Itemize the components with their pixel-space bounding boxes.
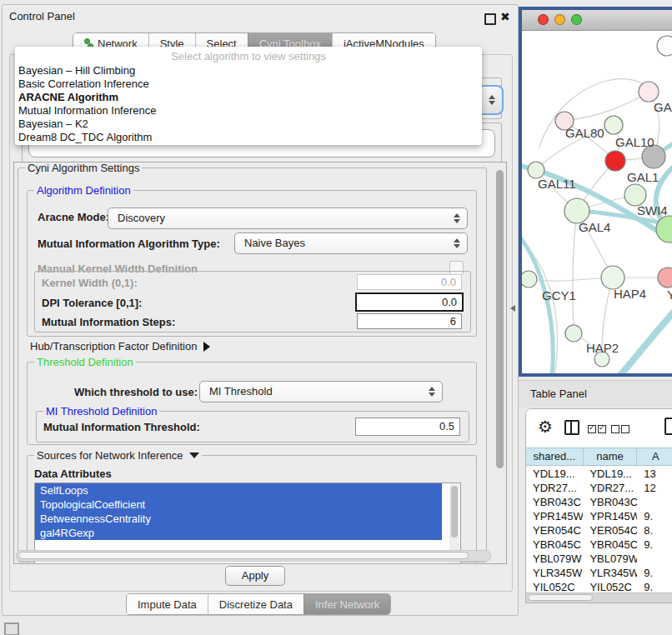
network-node[interactable] — [601, 266, 624, 289]
kernel-width-field[interactable]: 0.0 — [357, 274, 462, 290]
apply-button[interactable]: Apply — [225, 566, 285, 586]
panel-divider-handle[interactable] — [510, 305, 515, 312]
node-label-gal4: GAL4 — [579, 220, 610, 234]
which-threshold-label: Which threshold to use: — [74, 386, 198, 398]
network-node[interactable] — [657, 36, 672, 56]
tab-label: Infer Network — [315, 598, 379, 611]
network-node[interactable] — [604, 116, 623, 134]
zoom-traffic-light[interactable] — [571, 14, 582, 25]
table-cell: YBR045C — [526, 538, 583, 552]
column-header-name[interactable]: name — [584, 448, 638, 467]
tab-impute-data[interactable]: Impute Data — [127, 594, 208, 614]
algorithm-list: Bayesian – Hill ClimbingBasic Correlatio… — [15, 64, 482, 144]
node-label-y: Y — [667, 288, 672, 302]
scrollbar-thumb[interactable] — [528, 594, 593, 601]
table-header-row: shared...nameA — [526, 448, 672, 466]
table-row[interactable]: YLR345WYLR345W9. — [526, 566, 672, 580]
tab-infer-network[interactable]: Infer Network — [303, 594, 390, 614]
attribute-item-topologicalcoefficient[interactable]: TopologicalCoefficient — [35, 498, 442, 512]
network-node[interactable] — [658, 268, 672, 288]
settings-horizontal-scrollbar[interactable] — [16, 550, 491, 562]
hub-definition-expander[interactable]: Hub/Transcription Factor Definition — [30, 340, 210, 352]
minimize-traffic-light[interactable] — [554, 14, 565, 25]
gear-icon[interactable]: ⚙ — [538, 417, 553, 437]
sources-expander[interactable]: Sources for Network Inference — [34, 449, 202, 462]
algorithm-definition-group: Algorithm Definition Aracne Mode: Discov… — [27, 190, 477, 337]
attribute-item-gal4rgexp[interactable]: gal4RGexp — [35, 526, 442, 540]
network-window-titlebar[interactable] — [522, 10, 672, 31]
table-row[interactable]: YDR27...YDR27...12 — [526, 481, 672, 495]
group-title: Threshold Definition — [34, 356, 136, 368]
deselect-all-columns-icon[interactable] — [611, 423, 631, 436]
which-threshold-combo[interactable]: MI Threshold — [199, 381, 443, 402]
settings-vertical-scrollbar[interactable] — [494, 163, 505, 561]
spinner-arrows-icon — [429, 387, 435, 397]
table-cell — [637, 495, 672, 509]
network-node[interactable] — [605, 151, 625, 171]
table-panel-title: Table Panel — [530, 388, 587, 400]
document-icon[interactable] — [664, 418, 672, 435]
cyni-algorithm-settings-group: Cyni Algorithm Settings Algorithm Defini… — [18, 168, 487, 562]
aracne-mode-label: Aracne Mode: — [38, 211, 109, 223]
node-label-gal80: GAL80 — [565, 126, 604, 140]
network-node[interactable] — [639, 82, 659, 102]
close-icon[interactable]: ✖ — [500, 10, 510, 23]
dock-mini-icon[interactable] — [4, 622, 19, 635]
table-row[interactable]: YBR043CYBR043C — [526, 495, 672, 509]
algorithm-option-bayesian-hill-climbing[interactable]: Bayesian – Hill Climbing — [15, 64, 482, 78]
float-window-icon[interactable] — [484, 13, 496, 25]
tab-discretize-data[interactable]: Discretize Data — [208, 594, 303, 614]
sources-group: Sources for Network Inference Data Attri… — [27, 455, 477, 564]
table-row[interactable]: YBR045CYBR045C9. — [526, 538, 672, 552]
algorithm-option-aracne-algorithm[interactable]: ARACNE Algorithm — [15, 91, 482, 104]
table-cell: YPR145W — [583, 509, 637, 523]
algorithm-option-bayesian-k2[interactable]: Bayesian – K2 — [15, 118, 482, 131]
algorithm-option-dream8-dc-tdc-algorithm[interactable]: Dream8 DC_TDC Algorithm — [15, 131, 482, 144]
mi-threshold-field[interactable]: 0.5 — [355, 418, 460, 436]
table-cell: 8. — [637, 523, 672, 538]
select-all-columns-icon[interactable] — [588, 423, 608, 436]
network-node[interactable] — [522, 271, 537, 288]
scrollbar-thumb[interactable] — [496, 170, 504, 468]
table-horizontal-scrollbar[interactable] — [526, 592, 672, 602]
mi-steps-field[interactable]: 6 — [357, 313, 462, 329]
dpi-tolerance-field[interactable]: 0.0 — [355, 292, 464, 312]
node-label-swi4: SWI4 — [637, 203, 668, 218]
table-row[interactable]: YPR145WYPR145W9. — [526, 509, 672, 523]
network-view-window[interactable]: GALGAL80GAL10GAL11GAL1SWI4GAL4GCY1HAP4YH… — [519, 7, 672, 377]
network-node[interactable] — [656, 216, 672, 242]
algorithm-option-mutual-information-inference[interactable]: Mutual Information Inference — [15, 104, 482, 118]
node-label-gal1: GAL1 — [627, 170, 659, 184]
tab-label: Impute Data — [138, 598, 197, 611]
network-canvas[interactable]: GALGAL80GAL10GAL11GAL1SWI4GAL4GCY1HAP4YH… — [522, 31, 672, 373]
table-cell: YPR145W — [526, 509, 583, 523]
mi-threshold-group: MI Threshold Definition Mutual Informati… — [36, 411, 469, 442]
mi-algorithm-type-combo[interactable]: Naive Bayes — [234, 232, 468, 254]
split-view-icon[interactable] — [564, 420, 579, 435]
scrollbar-thumb[interactable] — [451, 486, 458, 538]
table-row[interactable]: YBL079WYBL079W — [526, 552, 672, 566]
column-header-shared-[interactable]: shared... — [526, 448, 584, 467]
application-window: Control Panel ✖ NetworkStyleSelectCyni T… — [0, 0, 672, 635]
network-node[interactable] — [528, 162, 544, 178]
column-header-a[interactable]: A — [637, 448, 672, 467]
attribute-item-betweennesscentrality[interactable]: BetweennessCentrality — [35, 512, 442, 526]
attribute-item-selfloops[interactable]: SelfLoops — [35, 483, 442, 498]
algorithm-option-basic-correlation-inference[interactable]: Basic Correlation Inference — [15, 78, 482, 91]
close-traffic-light[interactable] — [538, 14, 549, 25]
table-cell: YDL19... — [583, 467, 637, 481]
aracne-mode-combo[interactable]: Discovery — [108, 208, 468, 229]
dpi-tolerance-label: DPI Tolerance [0,1]: — [42, 297, 142, 309]
mi-type-value: Naive Bayes — [244, 237, 305, 249]
spinner-arrows-icon — [454, 213, 460, 223]
kernel-fields-box: Kernel Width (0,1): 0.0 DPI Tolerance [0… — [34, 271, 471, 332]
table-row[interactable]: YER054CYER054C8. — [526, 523, 672, 538]
node-label-hap4: HAP4 — [614, 287, 646, 301]
network-node[interactable] — [565, 325, 582, 342]
table-row[interactable]: YDL19...YDL19...13 — [526, 467, 672, 481]
table-cell: YDR27... — [583, 481, 637, 495]
hub-definition-label: Hub/Transcription Factor Definition — [30, 340, 197, 352]
group-title: Algorithm Definition — [34, 184, 133, 197]
scrollbar-thumb[interactable] — [18, 552, 469, 559]
table-cell: 9. — [637, 538, 672, 552]
